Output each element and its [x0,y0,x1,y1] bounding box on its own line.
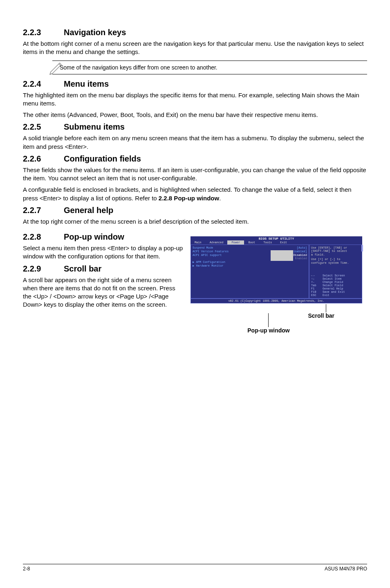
heading-number: 2.2.6 [23,154,64,164]
heading-number: 2.2.9 [23,264,64,274]
bios-key: ESC [311,294,323,297]
bios-key-desc: Select Field [323,284,343,287]
callout-popup-window: Pop-up window [247,327,289,334]
body-text: Select a menu item then press <Enter> to… [23,244,185,261]
bios-footer: v02.61 (C)Copyright 1985-2009, American … [191,298,362,303]
bios-key-desc: Save and Exit [323,290,345,294]
bios-tab-bar: Main Advanced Power Boot Tools Exit [191,240,362,245]
bios-main-pane: Suspend Mode[Auto] ACPI Version Features… [191,245,309,298]
bios-key: +- [311,281,323,284]
heading-title: General help [64,206,113,215]
bios-key: ↑↓ [311,277,323,281]
body-text: At the bottom right corner of a menu scr… [23,40,367,56]
body-text-fragment: . [219,195,221,202]
bios-nav-keys: ←→Select Screen ↑↓Select Item +-Change F… [311,274,360,297]
heading-2-2-9: 2.2.9Scroll bar [23,264,185,274]
bios-tab-boot: Boot [244,240,259,245]
callout-line [268,313,269,327]
heading-title: Menu items [64,79,109,88]
heading-2-2-7: 2.2.7General help [23,206,367,215]
body-text: A configurable field is enclosed in brac… [23,186,367,202]
bios-help-line: Use [ENTER], [TAB] or [311,246,360,249]
body-text: The other items (Advanced, Power, Boot, … [23,111,367,119]
bios-key: F1 [311,287,323,290]
heading-number: 2.2.5 [23,122,64,132]
body-text: The highlighted item on the menu bar dis… [23,91,367,108]
bios-scrollbar [361,245,363,251]
bios-titlebar: BIOS SETUP UTILITY [191,236,362,240]
body-text: These fields show the values for the men… [23,166,367,183]
bios-help-line: a field. [311,253,360,256]
heading-number: 2.2.7 [23,206,64,215]
bios-help-line: configure system Time. [311,261,360,265]
bios-key-desc: Exit [323,294,329,297]
bios-row-label: ACPI Version Features [193,250,229,254]
note-box: Some of the navigation keys differ from … [52,61,367,74]
heading-title: Configuration fields [64,154,141,163]
heading-title: Navigation keys [64,28,126,37]
body-text: A scroll bar appears on the right side o… [23,276,185,309]
heading-2-2-5: 2.2.5Submenu items [23,122,367,132]
heading-title: Pop-up window [64,232,124,241]
heading-2-2-4: 2.2.4Menu items [23,79,367,89]
bios-key-desc: Change Field [323,281,343,284]
page-number: 2-8 [23,566,30,572]
body-text: At the top right corner of the menu scre… [23,218,367,226]
heading-2-2-8: 2.2.8Pop-up window [23,232,185,242]
bios-submenu-item: ▶ APM Configuration [193,260,307,264]
bios-submenu-item: ▶ Hardware Monitor [193,264,307,268]
heading-2-2-3: 2.2.3Navigation keys [23,28,367,37]
bios-row-value: Enabled [295,257,307,260]
bios-tab-power: Power [227,240,244,245]
body-text: A solid triangle before each item on any… [23,134,367,151]
bios-key-desc: Select Item [323,277,341,281]
bios-help-line: Use [+] or [-] to [311,258,360,261]
bios-key: Tab [311,284,323,287]
bios-help-line: [SHIFT-TAB] to select [311,249,360,253]
bios-tab-exit: Exit [276,240,291,245]
callout-line [326,304,326,312]
bios-tab-advanced: Advanced [206,240,228,245]
bios-key: ←→ [311,274,323,277]
page-footer: 2-8 ASUS M4N78 PRO [23,564,367,572]
footer-product: ASUS M4N78 PRO [325,566,367,572]
bios-row-label: ACPI APIC support [193,254,222,257]
bios-help-pane: Use [ENTER], [TAB] or [SHIFT-TAB] to sel… [309,245,362,298]
heading-title: Submenu items [64,122,125,131]
bios-row-value: [Auto] [297,246,307,250]
note-text: Some of the navigation keys differ from … [60,64,367,71]
body-text-bold: 2.2.8 Pop-up window [159,195,219,202]
heading-title: Scroll bar [64,264,101,273]
note-pencil-icon [47,58,65,78]
bios-key-desc: Select Screen [323,274,345,277]
heading-2-2-6: 2.2.6Configuration fields [23,154,367,164]
bios-row-label: Suspend Mode [193,246,213,250]
bios-row-value: Disabled [293,254,307,257]
bios-popup-window [271,250,293,261]
bios-screenshot-figure: BIOS SETUP UTILITY Main Advanced Power B… [191,236,362,303]
callout-scroll-bar: Scroll bar [308,312,334,319]
bios-key: F10 [311,290,323,294]
bios-key-desc: General Help [323,287,343,290]
heading-number: 2.2.4 [23,79,64,89]
bios-tab-tools: Tools [259,240,276,245]
heading-number: 2.2.3 [23,28,64,37]
heading-number: 2.2.8 [23,232,64,242]
bios-tab-main: Main [191,240,206,245]
